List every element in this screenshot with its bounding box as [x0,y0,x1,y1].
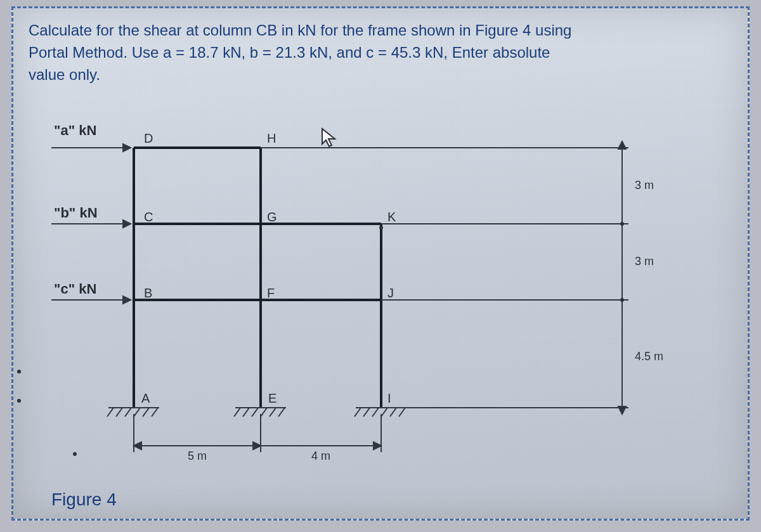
q-line3: value only. [29,66,100,83]
q-line2: Portal Method. Use a = 18.7 kN, b = 21.3… [29,44,550,61]
svg-marker-5 [123,296,131,304]
speck [17,399,21,403]
svg-marker-18 [618,141,626,149]
svg-line-35 [270,408,276,417]
svg-line-25 [116,408,122,417]
node-J: J [387,286,394,300]
svg-line-42 [390,408,396,417]
svg-line-26 [125,408,131,417]
svg-point-53 [620,222,624,226]
node-H: H [267,131,276,145]
node-A: A [141,391,150,405]
svg-line-31 [234,408,240,417]
dim-w2: 4 m [311,450,330,462]
node-E: E [268,391,276,405]
dim-h2: 3 m [635,255,654,268]
speck [73,452,77,456]
node-G: G [267,210,277,224]
dim-h3: 4.5 m [635,350,663,363]
node-B: B [144,286,152,300]
page-sheet: Calculate for the shear at column CB in … [11,6,750,521]
svg-marker-45 [134,442,141,450]
svg-point-52 [379,226,383,230]
svg-line-24 [107,408,114,417]
node-D: D [144,131,153,145]
load-c: "c" kN [54,281,96,297]
node-K: K [387,210,396,224]
svg-marker-46 [253,442,261,450]
node-I: I [387,391,391,405]
svg-marker-22 [618,406,626,414]
node-F: F [267,286,275,300]
svg-line-41 [381,408,387,417]
svg-marker-3 [123,220,131,228]
load-a: "a" kN [54,122,96,138]
dim-h1: 3 m [635,179,654,191]
svg-marker-48 [374,442,381,450]
svg-line-29 [152,408,158,417]
svg-line-39 [363,408,370,417]
speck [17,370,21,373]
svg-line-32 [243,408,249,417]
svg-line-33 [252,408,258,417]
figure-caption: Figure 4 [51,490,117,510]
svg-line-38 [354,408,361,417]
node-C: C [144,210,153,224]
q-line1: Calculate for the shear at column CB in … [29,22,571,39]
frame-diagram: "a" kN "b" kN "c" kN [32,110,730,490]
svg-line-28 [143,408,149,417]
svg-marker-1 [123,144,131,152]
svg-line-43 [399,408,405,417]
question-text: Calculate for the shear at column CB in … [29,20,722,86]
svg-line-40 [372,408,379,417]
svg-line-27 [134,408,140,417]
svg-line-34 [261,408,267,417]
svg-line-36 [278,408,285,417]
svg-point-54 [620,298,624,302]
dim-w1: 5 m [188,450,207,462]
load-b: "b" kN [54,205,98,221]
